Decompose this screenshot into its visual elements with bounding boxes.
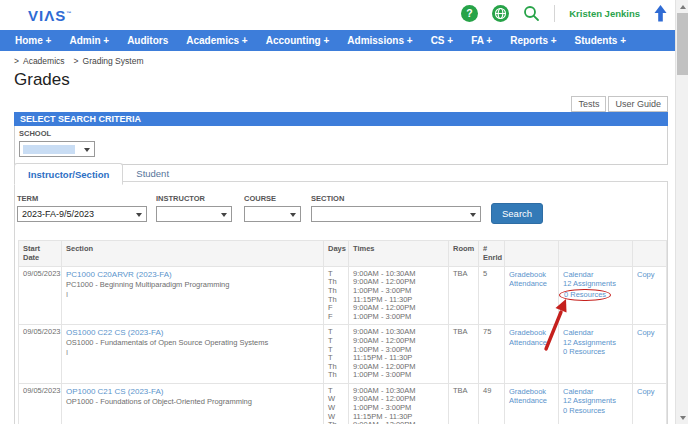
nav-item[interactable]: Students + <box>566 30 635 51</box>
enrolled-header: # Enrld <box>479 241 505 267</box>
section-link[interactable]: OS1000 C22 CS (2023-FA) <box>66 328 319 338</box>
nav-item[interactable]: Admissions + <box>338 30 421 51</box>
breadcrumb-separator: > <box>14 56 19 66</box>
top-bar-divider <box>554 5 555 22</box>
enrolled-cell: 49 <box>479 383 505 424</box>
vertical-scrollbar[interactable] <box>675 0 688 424</box>
nav-item[interactable]: FA + <box>462 30 501 51</box>
enrolled-cell: 75 <box>479 325 505 384</box>
days-header: Days <box>324 241 349 267</box>
nav-item[interactable]: Home + <box>6 30 60 51</box>
time-line: 1:00PM - 3:00PM <box>353 313 444 322</box>
filters-row: TERM 2023-FA-9/5/2023 INSTRUCTOR COURSE … <box>15 182 667 234</box>
school-label: SCHOOL <box>19 129 661 138</box>
attendance-link[interactable]: Attendance <box>509 396 554 406</box>
sections-table-head: Start Date Section Days Times Room # Enr… <box>19 241 667 267</box>
vias-logo: VIΛS™ <box>28 7 72 24</box>
search-criteria-title: SELECT SEARCH CRITERIA <box>14 112 668 126</box>
logo-trademark: ™ <box>66 10 72 16</box>
scrollbar-thumb[interactable] <box>677 13 688 75</box>
calendar-link[interactable]: Calendar <box>563 387 628 397</box>
section-extra: I <box>66 348 319 358</box>
resources-link[interactable]: 0 Resources <box>563 406 628 416</box>
up-triangle-icon <box>680 5 686 9</box>
user-name[interactable]: Kristen Jenkins <box>569 8 640 19</box>
term-select[interactable]: 2023-FA-9/5/2023 <box>17 206 147 222</box>
search-icon[interactable] <box>523 5 540 22</box>
attendance-link[interactable]: Attendance <box>509 338 554 348</box>
calendar-link[interactable]: Calendar <box>563 328 628 338</box>
resources-link[interactable]: 0 Resources <box>563 347 628 357</box>
course-filter: COURSE <box>244 194 301 222</box>
section-link[interactable]: PC1000 C20ARVR (2023-FA) <box>66 270 319 280</box>
section-cell: PC1000 C20ARVR (2023-FA) PC1000 - Beginn… <box>62 266 324 325</box>
tests-button[interactable]: Tests <box>571 96 606 112</box>
scrollbar-up-arrow[interactable] <box>676 0 688 13</box>
breadcrumb-item[interactable]: Grading System <box>83 56 144 66</box>
page-content: VIΛS™ ? Kristen Jenkins Home +Admin +Au <box>0 0 675 424</box>
resources-link[interactable]: 0 Resources <box>559 289 611 302</box>
help-icon[interactable]: ? <box>461 5 478 22</box>
globe-icon[interactable] <box>492 5 509 22</box>
user-arrow-icon[interactable] <box>654 5 667 22</box>
copy-link[interactable]: Copy <box>637 328 662 338</box>
start-date-header: Start Date <box>19 241 62 267</box>
nav-item[interactable]: Academics + <box>177 30 256 51</box>
assignments-link[interactable]: 12 Assignments <box>563 279 628 289</box>
svg-text:?: ? <box>467 7 473 19</box>
section-header: Section <box>62 241 324 267</box>
copy-link[interactable]: Copy <box>637 270 662 280</box>
gradebook-link[interactable]: Gradebook <box>509 387 554 397</box>
section-cell: OS1000 C22 CS (2023-FA) OS1000 - Fundame… <box>62 325 324 384</box>
room-cell: TBA <box>449 383 479 424</box>
header-row: Start Date Section Days Times Room # Enr… <box>19 241 667 267</box>
grades-page: VIΛS™ ? Kristen Jenkins Home +Admin +Au <box>0 0 688 424</box>
scrollbar-down-arrow[interactable] <box>676 411 688 424</box>
breadcrumb-item[interactable]: Academics <box>23 56 65 66</box>
instructor-section-panel: TERM 2023-FA-9/5/2023 INSTRUCTOR COURSE … <box>14 181 668 424</box>
main-nav: Home +Admin +AuditorsAcademics +Accounti… <box>0 30 675 51</box>
nav-item[interactable]: CS + <box>422 30 463 51</box>
course-label: COURSE <box>244 194 301 203</box>
room-cell: TBA <box>449 266 479 325</box>
calendar-link[interactable]: Calendar <box>563 270 628 280</box>
gradebook-column-header <box>505 241 559 267</box>
attendance-link[interactable]: Attendance <box>509 279 554 289</box>
school-select[interactable] <box>19 141 95 157</box>
nav-item[interactable]: Accounting + <box>257 30 339 51</box>
start-date-cell: 09/05/2023 <box>19 325 62 384</box>
assignments-link[interactable]: 12 Assignments <box>563 396 628 406</box>
assignments-link[interactable]: 12 Assignments <box>563 338 628 348</box>
gradebook-link[interactable]: Gradebook <box>509 270 554 280</box>
breadcrumb: >Academics>Grading System <box>14 56 148 66</box>
tab-student[interactable]: Student <box>123 163 182 185</box>
section-link[interactable]: OP1000 C21 CS (2023-FA) <box>66 387 319 397</box>
copy-link[interactable]: Copy <box>637 387 662 397</box>
tab-instructor-section[interactable]: Instructor/Section <box>14 163 123 185</box>
down-triangle-icon <box>680 416 686 420</box>
copy-column-header <box>633 241 667 267</box>
school-select-value-redacted <box>23 145 75 154</box>
search-button[interactable]: Search <box>491 203 543 224</box>
search-criteria-body: SCHOOL <box>14 126 668 165</box>
view-tabs: Instructor/Section Student <box>14 163 182 185</box>
table-row: 09/05/2023 OS1000 C22 CS (2023-FA) OS100… <box>19 325 667 384</box>
times-cell: 9:00AM - 10:30AM9:00AM - 12:00PM1:00PM -… <box>349 266 449 325</box>
nav-item[interactable]: Admin + <box>60 30 118 51</box>
nav-item[interactable]: Reports + <box>501 30 565 51</box>
instructor-select[interactable] <box>156 206 232 222</box>
course-select[interactable] <box>244 206 301 222</box>
gradebook-cell: Gradebook Attendance <box>505 266 559 325</box>
times-header: Times <box>349 241 449 267</box>
calendar-column-header <box>559 241 633 267</box>
gradebook-link[interactable]: Gradebook <box>509 328 554 338</box>
sections-table: Start Date Section Days Times Room # Enr… <box>18 240 667 424</box>
day-line: Th <box>328 371 344 380</box>
section-select[interactable] <box>311 206 481 222</box>
user-guide-button[interactable]: User Guide <box>608 96 668 112</box>
nav-item[interactable]: Auditors <box>118 30 177 51</box>
breadcrumb-separator: > <box>74 56 79 66</box>
search-criteria-box: SELECT SEARCH CRITERIA SCHOOL <box>14 112 668 165</box>
copy-cell: Copy <box>633 325 667 384</box>
sections-tbody: 09/05/2023 PC1000 C20ARVR (2023-FA) PC10… <box>19 266 667 424</box>
